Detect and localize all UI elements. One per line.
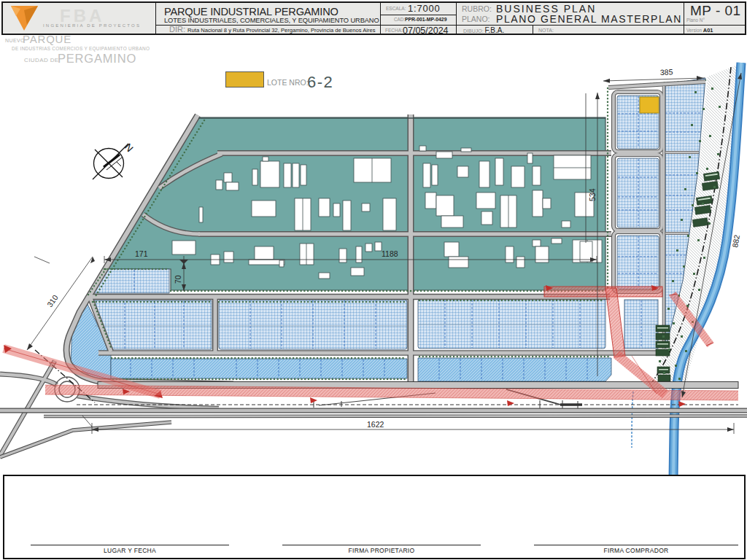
svg-text:534: 534: [588, 188, 597, 201]
svg-text:FBA: FBA: [60, 6, 104, 26]
svg-text:70: 70: [174, 275, 182, 284]
svg-text:1622: 1622: [367, 420, 384, 429]
svg-text:882: 882: [730, 234, 741, 248]
svg-text:INGENIERIA DE PROYECTOS: INGENIERIA DE PROYECTOS: [43, 23, 141, 28]
svg-text:385: 385: [660, 67, 673, 77]
svg-text:N: N: [123, 141, 136, 154]
svg-text:171: 171: [135, 249, 148, 258]
svg-text:1188: 1188: [382, 249, 398, 258]
